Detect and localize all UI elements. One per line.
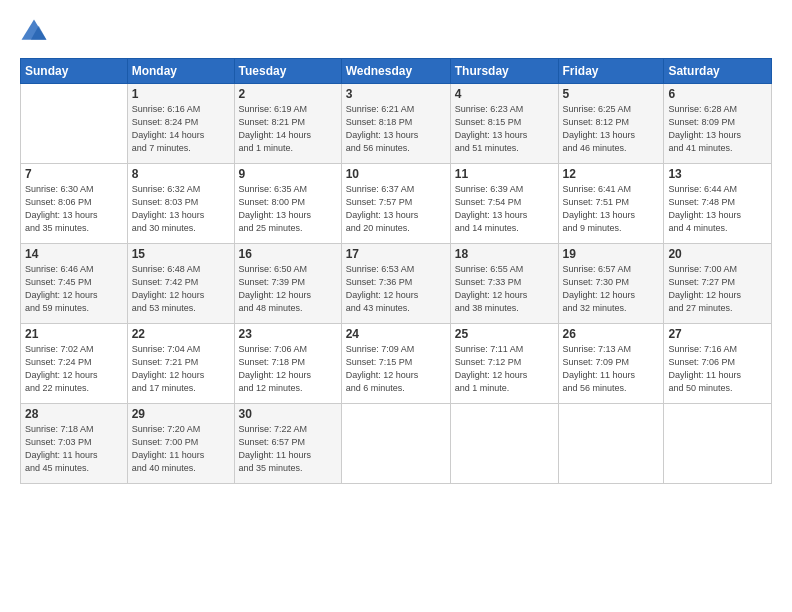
day-number: 4	[455, 87, 554, 101]
day-info: Sunrise: 7:16 AM Sunset: 7:06 PM Dayligh…	[668, 343, 767, 395]
day-info: Sunrise: 6:35 AM Sunset: 8:00 PM Dayligh…	[239, 183, 337, 235]
day-cell: 17Sunrise: 6:53 AM Sunset: 7:36 PM Dayli…	[341, 244, 450, 324]
day-info: Sunrise: 6:23 AM Sunset: 8:15 PM Dayligh…	[455, 103, 554, 155]
day-info: Sunrise: 7:13 AM Sunset: 7:09 PM Dayligh…	[563, 343, 660, 395]
week-row-3: 14Sunrise: 6:46 AM Sunset: 7:45 PM Dayli…	[21, 244, 772, 324]
day-number: 7	[25, 167, 123, 181]
day-cell: 21Sunrise: 7:02 AM Sunset: 7:24 PM Dayli…	[21, 324, 128, 404]
day-cell: 8Sunrise: 6:32 AM Sunset: 8:03 PM Daylig…	[127, 164, 234, 244]
day-cell: 18Sunrise: 6:55 AM Sunset: 7:33 PM Dayli…	[450, 244, 558, 324]
day-info: Sunrise: 6:44 AM Sunset: 7:48 PM Dayligh…	[668, 183, 767, 235]
day-info: Sunrise: 6:37 AM Sunset: 7:57 PM Dayligh…	[346, 183, 446, 235]
day-info: Sunrise: 7:02 AM Sunset: 7:24 PM Dayligh…	[25, 343, 123, 395]
day-info: Sunrise: 6:50 AM Sunset: 7:39 PM Dayligh…	[239, 263, 337, 315]
day-cell: 26Sunrise: 7:13 AM Sunset: 7:09 PM Dayli…	[558, 324, 664, 404]
day-number: 20	[668, 247, 767, 261]
day-number: 1	[132, 87, 230, 101]
day-cell: 11Sunrise: 6:39 AM Sunset: 7:54 PM Dayli…	[450, 164, 558, 244]
day-cell: 2Sunrise: 6:19 AM Sunset: 8:21 PM Daylig…	[234, 84, 341, 164]
day-cell: 13Sunrise: 6:44 AM Sunset: 7:48 PM Dayli…	[664, 164, 772, 244]
day-cell	[341, 404, 450, 484]
weekday-header-wednesday: Wednesday	[341, 59, 450, 84]
page: SundayMondayTuesdayWednesdayThursdayFrid…	[0, 0, 792, 612]
day-cell: 20Sunrise: 7:00 AM Sunset: 7:27 PM Dayli…	[664, 244, 772, 324]
day-info: Sunrise: 7:22 AM Sunset: 6:57 PM Dayligh…	[239, 423, 337, 475]
day-number: 26	[563, 327, 660, 341]
day-cell	[558, 404, 664, 484]
day-cell: 7Sunrise: 6:30 AM Sunset: 8:06 PM Daylig…	[21, 164, 128, 244]
day-cell: 24Sunrise: 7:09 AM Sunset: 7:15 PM Dayli…	[341, 324, 450, 404]
day-number: 29	[132, 407, 230, 421]
day-info: Sunrise: 7:11 AM Sunset: 7:12 PM Dayligh…	[455, 343, 554, 395]
day-number: 23	[239, 327, 337, 341]
day-cell: 1Sunrise: 6:16 AM Sunset: 8:24 PM Daylig…	[127, 84, 234, 164]
day-info: Sunrise: 6:28 AM Sunset: 8:09 PM Dayligh…	[668, 103, 767, 155]
day-info: Sunrise: 6:55 AM Sunset: 7:33 PM Dayligh…	[455, 263, 554, 315]
day-cell: 15Sunrise: 6:48 AM Sunset: 7:42 PM Dayli…	[127, 244, 234, 324]
logo-icon	[20, 18, 48, 46]
day-number: 21	[25, 327, 123, 341]
weekday-header-thursday: Thursday	[450, 59, 558, 84]
day-cell: 23Sunrise: 7:06 AM Sunset: 7:18 PM Dayli…	[234, 324, 341, 404]
day-info: Sunrise: 7:00 AM Sunset: 7:27 PM Dayligh…	[668, 263, 767, 315]
day-number: 6	[668, 87, 767, 101]
day-number: 22	[132, 327, 230, 341]
day-number: 25	[455, 327, 554, 341]
day-number: 10	[346, 167, 446, 181]
day-number: 5	[563, 87, 660, 101]
week-row-4: 21Sunrise: 7:02 AM Sunset: 7:24 PM Dayli…	[21, 324, 772, 404]
day-info: Sunrise: 6:21 AM Sunset: 8:18 PM Dayligh…	[346, 103, 446, 155]
day-number: 28	[25, 407, 123, 421]
week-row-5: 28Sunrise: 7:18 AM Sunset: 7:03 PM Dayli…	[21, 404, 772, 484]
day-cell: 6Sunrise: 6:28 AM Sunset: 8:09 PM Daylig…	[664, 84, 772, 164]
day-number: 17	[346, 247, 446, 261]
day-cell	[450, 404, 558, 484]
weekday-header-tuesday: Tuesday	[234, 59, 341, 84]
day-number: 27	[668, 327, 767, 341]
day-cell: 22Sunrise: 7:04 AM Sunset: 7:21 PM Dayli…	[127, 324, 234, 404]
day-number: 13	[668, 167, 767, 181]
day-number: 24	[346, 327, 446, 341]
day-number: 16	[239, 247, 337, 261]
weekday-header-row: SundayMondayTuesdayWednesdayThursdayFrid…	[21, 59, 772, 84]
day-cell	[21, 84, 128, 164]
day-cell: 14Sunrise: 6:46 AM Sunset: 7:45 PM Dayli…	[21, 244, 128, 324]
day-cell: 27Sunrise: 7:16 AM Sunset: 7:06 PM Dayli…	[664, 324, 772, 404]
calendar: SundayMondayTuesdayWednesdayThursdayFrid…	[20, 58, 772, 484]
day-cell: 29Sunrise: 7:20 AM Sunset: 7:00 PM Dayli…	[127, 404, 234, 484]
day-cell	[664, 404, 772, 484]
day-info: Sunrise: 6:48 AM Sunset: 7:42 PM Dayligh…	[132, 263, 230, 315]
day-info: Sunrise: 6:53 AM Sunset: 7:36 PM Dayligh…	[346, 263, 446, 315]
day-info: Sunrise: 6:32 AM Sunset: 8:03 PM Dayligh…	[132, 183, 230, 235]
weekday-header-saturday: Saturday	[664, 59, 772, 84]
day-cell: 30Sunrise: 7:22 AM Sunset: 6:57 PM Dayli…	[234, 404, 341, 484]
day-info: Sunrise: 6:19 AM Sunset: 8:21 PM Dayligh…	[239, 103, 337, 155]
logo	[20, 18, 52, 46]
week-row-1: 1Sunrise: 6:16 AM Sunset: 8:24 PM Daylig…	[21, 84, 772, 164]
day-number: 12	[563, 167, 660, 181]
day-cell: 4Sunrise: 6:23 AM Sunset: 8:15 PM Daylig…	[450, 84, 558, 164]
day-number: 11	[455, 167, 554, 181]
day-info: Sunrise: 6:25 AM Sunset: 8:12 PM Dayligh…	[563, 103, 660, 155]
day-number: 15	[132, 247, 230, 261]
weekday-header-monday: Monday	[127, 59, 234, 84]
day-cell: 19Sunrise: 6:57 AM Sunset: 7:30 PM Dayli…	[558, 244, 664, 324]
day-info: Sunrise: 6:46 AM Sunset: 7:45 PM Dayligh…	[25, 263, 123, 315]
day-cell: 16Sunrise: 6:50 AM Sunset: 7:39 PM Dayli…	[234, 244, 341, 324]
day-cell: 9Sunrise: 6:35 AM Sunset: 8:00 PM Daylig…	[234, 164, 341, 244]
day-number: 19	[563, 247, 660, 261]
day-number: 30	[239, 407, 337, 421]
day-number: 2	[239, 87, 337, 101]
day-cell: 25Sunrise: 7:11 AM Sunset: 7:12 PM Dayli…	[450, 324, 558, 404]
day-info: Sunrise: 6:57 AM Sunset: 7:30 PM Dayligh…	[563, 263, 660, 315]
day-number: 9	[239, 167, 337, 181]
day-info: Sunrise: 7:09 AM Sunset: 7:15 PM Dayligh…	[346, 343, 446, 395]
day-cell: 5Sunrise: 6:25 AM Sunset: 8:12 PM Daylig…	[558, 84, 664, 164]
day-info: Sunrise: 6:39 AM Sunset: 7:54 PM Dayligh…	[455, 183, 554, 235]
day-cell: 10Sunrise: 6:37 AM Sunset: 7:57 PM Dayli…	[341, 164, 450, 244]
day-info: Sunrise: 7:04 AM Sunset: 7:21 PM Dayligh…	[132, 343, 230, 395]
day-number: 14	[25, 247, 123, 261]
day-number: 18	[455, 247, 554, 261]
day-number: 3	[346, 87, 446, 101]
week-row-2: 7Sunrise: 6:30 AM Sunset: 8:06 PM Daylig…	[21, 164, 772, 244]
